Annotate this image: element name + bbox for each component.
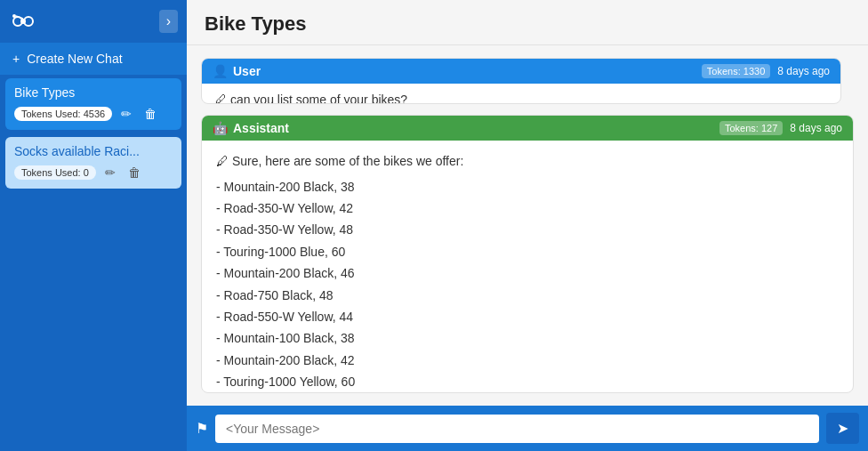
flag-icon: ⚑ bbox=[196, 420, 208, 437]
user-icon: 👤 bbox=[213, 64, 228, 78]
user-bubble-header: 👤 User Tokens: 1330 8 days ago bbox=[202, 59, 840, 84]
tokens-badge: Tokens Used: 0 bbox=[14, 165, 96, 180]
plus-icon: + bbox=[12, 52, 20, 66]
main-header: Bike Types bbox=[187, 0, 868, 45]
assistant-message-bubble: 🤖 Assistant Tokens: 127 8 days ago 🖊 Sur… bbox=[201, 115, 854, 393]
svg-point-3 bbox=[12, 14, 16, 18]
bike-list-item: - Road-750 Black, 48 bbox=[216, 286, 839, 305]
bike-list-item: - Touring-1000 Blue, 60 bbox=[216, 242, 839, 262]
delete-chat-button-2[interactable]: 🗑 bbox=[125, 164, 144, 181]
assistant-bubble-header: 🤖 Assistant Tokens: 127 8 days ago bbox=[202, 116, 853, 141]
bike-list-item: - Touring-1000 Yellow, 60 bbox=[216, 372, 839, 391]
message-input[interactable] bbox=[215, 415, 819, 443]
sidebar-logo bbox=[9, 7, 37, 36]
assistant-tokens: Tokens: 127 bbox=[719, 121, 783, 135]
page-title: Bike Types bbox=[205, 12, 850, 36]
assistant-role: Assistant bbox=[233, 121, 289, 135]
bike-list-item: - Mountain-200 Black, 38 bbox=[216, 177, 839, 197]
bike-list-item: - Mountain-200 Black, 42 bbox=[216, 350, 839, 370]
send-icon: ➤ bbox=[837, 421, 848, 436]
send-button[interactable]: ➤ bbox=[826, 413, 859, 444]
chat-item-title: Socks available Raci... bbox=[14, 144, 173, 158]
chat-item-meta: Tokens Used: 4536 ✏ 🗑 bbox=[14, 105, 173, 123]
bike-list-item: - Road-350-W Yellow, 42 bbox=[216, 198, 839, 218]
delete-chat-button[interactable]: 🗑 bbox=[141, 105, 160, 123]
tokens-badge: Tokens Used: 4536 bbox=[14, 107, 112, 121]
sidebar: › + Create New Chat Bike Types Tokens Us… bbox=[0, 0, 187, 451]
main-content: Bike Types 👤 User Tokens: 1330 8 days ag… bbox=[187, 0, 868, 451]
edit-chat-button[interactable]: ✏ bbox=[117, 105, 135, 123]
bike-list-item: - Mountain-200 Black, 46 bbox=[216, 263, 839, 283]
user-message-bubble: 👤 User Tokens: 1330 8 days ago 🖊 can you… bbox=[201, 58, 841, 104]
sidebar-header: › bbox=[0, 0, 187, 43]
assistant-label: 🤖 Assistant bbox=[213, 121, 289, 135]
user-message-text: 🖊 can you list some of your bikes? bbox=[214, 93, 407, 104]
user-time: 8 days ago bbox=[777, 65, 830, 77]
bike-list: - Mountain-200 Black, 38- Road-350-W Yel… bbox=[216, 177, 839, 392]
assistant-message-body: 🖊 Sure, here are some of the bikes we of… bbox=[202, 141, 853, 393]
bike-list-item: - Mountain-100 Black, 38 bbox=[216, 328, 839, 348]
edit-chat-button-2[interactable]: ✏ bbox=[101, 164, 119, 181]
user-message-body: 🖊 can you list some of your bikes? bbox=[202, 84, 840, 104]
chat-item-title: Bike Types bbox=[14, 85, 173, 100]
sidebar-item-socks[interactable]: Socks available Raci... Tokens Used: 0 ✏… bbox=[5, 137, 181, 189]
input-area: ⚑ ➤ bbox=[187, 406, 868, 451]
create-new-chat-button[interactable]: + Create New Chat bbox=[0, 43, 187, 75]
user-tokens: Tokens: 1330 bbox=[702, 64, 770, 78]
svg-point-2 bbox=[20, 19, 26, 24]
chat-area: 👤 User Tokens: 1330 8 days ago 🖊 can you… bbox=[187, 45, 868, 406]
collapse-sidebar-button[interactable]: › bbox=[159, 10, 178, 33]
chat-item-meta: Tokens Used: 0 ✏ 🗑 bbox=[14, 164, 173, 181]
assistant-message-meta: Tokens: 127 8 days ago bbox=[719, 121, 842, 135]
assistant-time: 8 days ago bbox=[790, 122, 842, 134]
sidebar-item-bike-types[interactable]: Bike Types Tokens Used: 4536 ✏ 🗑 bbox=[5, 78, 181, 130]
user-label: 👤 User bbox=[213, 64, 261, 78]
create-chat-label: Create New Chat bbox=[27, 52, 122, 66]
bike-list-item: - Road-550-W Yellow, 44 bbox=[216, 307, 839, 326]
user-message-meta: Tokens: 1330 8 days ago bbox=[702, 64, 830, 78]
assistant-intro: 🖊 Sure, here are some of the bikes we of… bbox=[216, 151, 839, 171]
assistant-icon: 🤖 bbox=[213, 121, 228, 135]
user-role: User bbox=[233, 64, 261, 78]
bike-list-item: - Road-350-W Yellow, 48 bbox=[216, 220, 839, 239]
logo-icon bbox=[9, 7, 37, 36]
